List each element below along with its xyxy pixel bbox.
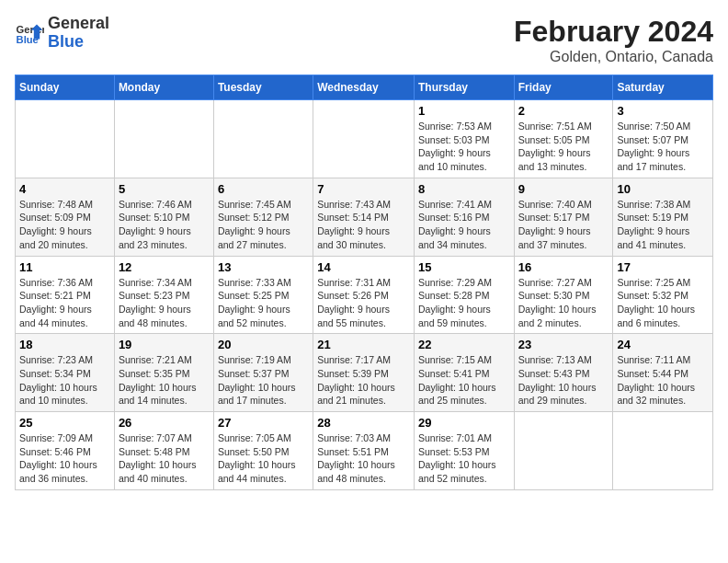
calendar-cell: [114, 100, 213, 178]
column-header-thursday: Thursday: [414, 75, 514, 100]
day-number: 10: [617, 182, 709, 196]
day-number: 20: [218, 338, 309, 351]
day-info: Sunrise: 7:51 AM Sunset: 5:05 PM Dayligh…: [518, 120, 609, 174]
calendar-body: 1Sunrise: 7:53 AM Sunset: 5:03 PM Daylig…: [16, 100, 713, 490]
day-info: Sunrise: 7:17 AM Sunset: 5:39 PM Dayligh…: [317, 353, 410, 408]
day-number: 3: [617, 104, 709, 118]
calendar-table: SundayMondayTuesdayWednesdayThursdayFrid…: [15, 75, 713, 490]
day-info: Sunrise: 7:48 AM Sunset: 5:09 PM Dayligh…: [19, 198, 110, 252]
calendar-cell: 14Sunrise: 7:31 AM Sunset: 5:26 PM Dayli…: [313, 256, 415, 334]
calendar-cell: 19Sunrise: 7:21 AM Sunset: 5:35 PM Dayli…: [114, 334, 213, 412]
title-block: February 2024 Golden, Ontario, Canada: [514, 15, 713, 65]
day-info: Sunrise: 7:38 AM Sunset: 5:19 PM Dayligh…: [617, 198, 709, 252]
day-info: Sunrise: 7:33 AM Sunset: 5:25 PM Dayligh…: [218, 276, 309, 330]
day-number: 15: [418, 260, 510, 274]
day-info: Sunrise: 7:07 AM Sunset: 5:48 PM Dayligh…: [119, 431, 210, 486]
day-number: 4: [19, 182, 110, 196]
calendar-cell: 24Sunrise: 7:11 AM Sunset: 5:44 PM Dayli…: [613, 334, 713, 412]
day-info: Sunrise: 7:43 AM Sunset: 5:14 PM Dayligh…: [317, 198, 410, 252]
day-number: 22: [418, 338, 510, 351]
calendar-cell: 27Sunrise: 7:05 AM Sunset: 5:50 PM Dayli…: [213, 412, 313, 490]
day-number: 1: [418, 104, 510, 118]
calendar-cell: 11Sunrise: 7:36 AM Sunset: 5:21 PM Dayli…: [16, 256, 115, 334]
day-info: Sunrise: 7:53 AM Sunset: 5:03 PM Dayligh…: [418, 120, 510, 174]
calendar-week-2: 4Sunrise: 7:48 AM Sunset: 5:09 PM Daylig…: [16, 178, 713, 256]
day-number: 19: [119, 338, 210, 351]
day-number: 16: [518, 260, 609, 274]
calendar-cell: 7Sunrise: 7:43 AM Sunset: 5:14 PM Daylig…: [313, 178, 415, 256]
calendar-cell: 10Sunrise: 7:38 AM Sunset: 5:19 PM Dayli…: [613, 178, 713, 256]
day-number: 24: [617, 338, 709, 351]
day-info: Sunrise: 7:46 AM Sunset: 5:10 PM Dayligh…: [119, 198, 210, 252]
day-info: Sunrise: 7:29 AM Sunset: 5:28 PM Dayligh…: [418, 276, 510, 330]
day-number: 11: [19, 260, 110, 274]
column-header-tuesday: Tuesday: [213, 75, 313, 100]
day-headers: SundayMondayTuesdayWednesdayThursdayFrid…: [16, 75, 713, 100]
day-number: 12: [119, 260, 210, 274]
column-header-monday: Monday: [114, 75, 213, 100]
calendar-cell: 16Sunrise: 7:27 AM Sunset: 5:30 PM Dayli…: [514, 256, 613, 334]
calendar-title: February 2024: [514, 15, 713, 49]
calendar-cell: 12Sunrise: 7:34 AM Sunset: 5:23 PM Dayli…: [114, 256, 213, 334]
day-number: 18: [19, 338, 110, 351]
logo-text: General Blue: [48, 15, 109, 52]
calendar-cell: 21Sunrise: 7:17 AM Sunset: 5:39 PM Dayli…: [313, 334, 415, 412]
day-number: 7: [317, 182, 410, 196]
day-number: 28: [317, 416, 410, 430]
day-info: Sunrise: 7:11 AM Sunset: 5:44 PM Dayligh…: [617, 353, 709, 408]
calendar-cell: [213, 100, 313, 178]
day-info: Sunrise: 7:45 AM Sunset: 5:12 PM Dayligh…: [218, 198, 309, 252]
day-number: 23: [518, 338, 609, 351]
calendar-cell: 2Sunrise: 7:51 AM Sunset: 5:05 PM Daylig…: [514, 100, 613, 178]
column-header-saturday: Saturday: [613, 75, 713, 100]
day-number: 17: [617, 260, 709, 274]
calendar-subtitle: Golden, Ontario, Canada: [514, 49, 713, 65]
logo: General Blue General Blue: [15, 15, 109, 52]
day-number: 21: [317, 338, 410, 351]
column-header-friday: Friday: [514, 75, 613, 100]
day-info: Sunrise: 7:27 AM Sunset: 5:30 PM Dayligh…: [518, 276, 609, 330]
logo-icon: General Blue: [15, 18, 44, 48]
day-info: Sunrise: 7:41 AM Sunset: 5:16 PM Dayligh…: [418, 198, 510, 252]
calendar-cell: 1Sunrise: 7:53 AM Sunset: 5:03 PM Daylig…: [414, 100, 514, 178]
calendar-cell: 17Sunrise: 7:25 AM Sunset: 5:32 PM Dayli…: [613, 256, 713, 334]
calendar-cell: 29Sunrise: 7:01 AM Sunset: 5:53 PM Dayli…: [414, 412, 514, 490]
day-number: 25: [19, 416, 110, 430]
day-info: Sunrise: 7:15 AM Sunset: 5:41 PM Dayligh…: [418, 353, 510, 408]
day-number: 26: [119, 416, 210, 430]
calendar-cell: 5Sunrise: 7:46 AM Sunset: 5:10 PM Daylig…: [114, 178, 213, 256]
day-number: 29: [418, 416, 510, 430]
calendar-cell: 3Sunrise: 7:50 AM Sunset: 5:07 PM Daylig…: [613, 100, 713, 178]
day-info: Sunrise: 7:31 AM Sunset: 5:26 PM Dayligh…: [317, 276, 410, 330]
logo-line1: General: [48, 15, 109, 33]
day-info: Sunrise: 7:09 AM Sunset: 5:46 PM Dayligh…: [19, 431, 110, 486]
calendar-cell: 4Sunrise: 7:48 AM Sunset: 5:09 PM Daylig…: [16, 178, 115, 256]
day-number: 13: [218, 260, 309, 274]
calendar-cell: 25Sunrise: 7:09 AM Sunset: 5:46 PM Dayli…: [16, 412, 115, 490]
calendar-cell: 23Sunrise: 7:13 AM Sunset: 5:43 PM Dayli…: [514, 334, 613, 412]
calendar-cell: 13Sunrise: 7:33 AM Sunset: 5:25 PM Dayli…: [213, 256, 313, 334]
day-info: Sunrise: 7:23 AM Sunset: 5:34 PM Dayligh…: [19, 353, 110, 408]
day-info: Sunrise: 7:13 AM Sunset: 5:43 PM Dayligh…: [518, 353, 609, 408]
day-info: Sunrise: 7:50 AM Sunset: 5:07 PM Dayligh…: [617, 120, 709, 174]
day-info: Sunrise: 7:03 AM Sunset: 5:51 PM Dayligh…: [317, 431, 410, 486]
day-info: Sunrise: 7:19 AM Sunset: 5:37 PM Dayligh…: [218, 353, 309, 408]
day-number: 14: [317, 260, 410, 274]
calendar-cell: 20Sunrise: 7:19 AM Sunset: 5:37 PM Dayli…: [213, 334, 313, 412]
day-info: Sunrise: 7:01 AM Sunset: 5:53 PM Dayligh…: [418, 431, 510, 486]
calendar-cell: 9Sunrise: 7:40 AM Sunset: 5:17 PM Daylig…: [514, 178, 613, 256]
day-info: Sunrise: 7:21 AM Sunset: 5:35 PM Dayligh…: [119, 353, 210, 408]
calendar-week-1: 1Sunrise: 7:53 AM Sunset: 5:03 PM Daylig…: [16, 100, 713, 178]
day-number: 9: [518, 182, 609, 196]
calendar-cell: [16, 100, 115, 178]
calendar-cell: 18Sunrise: 7:23 AM Sunset: 5:34 PM Dayli…: [16, 334, 115, 412]
day-number: 8: [418, 182, 510, 196]
day-info: Sunrise: 7:05 AM Sunset: 5:50 PM Dayligh…: [218, 431, 309, 486]
day-info: Sunrise: 7:36 AM Sunset: 5:21 PM Dayligh…: [19, 276, 110, 330]
day-number: 2: [518, 104, 609, 118]
calendar-cell: 15Sunrise: 7:29 AM Sunset: 5:28 PM Dayli…: [414, 256, 514, 334]
day-info: Sunrise: 7:40 AM Sunset: 5:17 PM Dayligh…: [518, 198, 609, 252]
day-number: 6: [218, 182, 309, 196]
calendar-week-5: 25Sunrise: 7:09 AM Sunset: 5:46 PM Dayli…: [16, 412, 713, 490]
calendar-cell: [514, 412, 613, 490]
